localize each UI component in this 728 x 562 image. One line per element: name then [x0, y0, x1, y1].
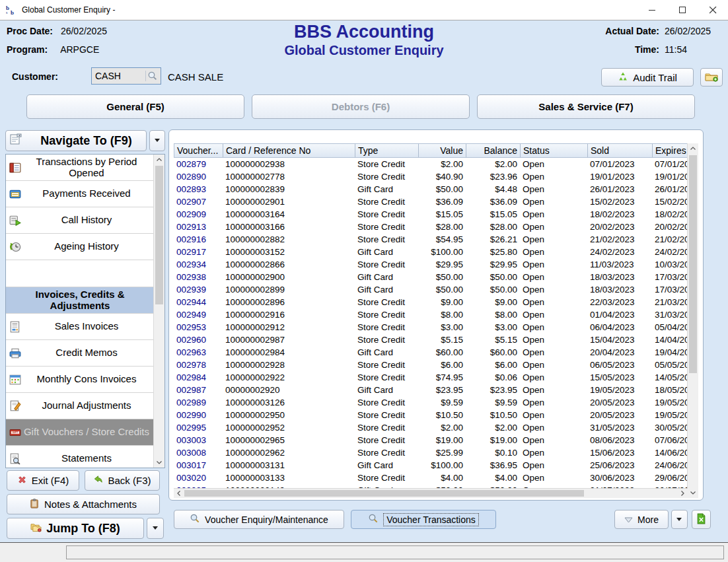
customer-code-input[interactable] [92, 71, 145, 81]
table-row[interactable]: 002978100000002928Store Credit$6.00$6.00… [174, 359, 688, 371]
table-row[interactable]: 002953100000002912Store Credit$3.00$3.00… [174, 321, 688, 334]
back-button[interactable]: Back (F3) [85, 470, 160, 491]
scroll-down-icon[interactable] [688, 488, 698, 498]
table-row[interactable]: 002960100000002987Store Credit$5.15$5.15… [174, 334, 688, 346]
cell-voucher[interactable]: 002987 [174, 384, 223, 396]
table-row[interactable]: 002890100000002778Store Credit$40.90$23.… [174, 170, 688, 183]
cell-voucher[interactable]: 002879 [174, 158, 223, 170]
maximize-button[interactable] [667, 0, 698, 20]
table-row[interactable]: 002938100000002900Gift Card$50.00$50.00O… [174, 271, 688, 283]
cell-voucher[interactable]: 002989 [174, 396, 223, 409]
sidebar-item-gift-vouchers-store-credits[interactable]: GIFTGift Vouchers / Store Credits [6, 419, 154, 446]
sidebar-item-sales-invoices[interactable]: Sales Invoices [6, 314, 154, 340]
customer-lookup-icon[interactable] [145, 71, 158, 81]
cell-voucher[interactable]: 002990 [174, 409, 223, 421]
jump-to-dropdown-button[interactable] [147, 518, 164, 539]
audit-trail-button[interactable]: Audit Trail [601, 68, 694, 87]
table-row[interactable]: 002939100000002899Gift Card$50.00$50.00O… [174, 283, 688, 296]
cell-voucher[interactable]: 002949 [174, 308, 223, 321]
table-row[interactable]: 002909100000003164Store Credit$15.05$15.… [174, 208, 688, 221]
scroll-left-icon[interactable] [174, 489, 184, 497]
table-row[interactable]: 002913100000003166Store Credit$28.00$28.… [174, 221, 688, 233]
sidebar-scrollbar[interactable] [153, 155, 164, 468]
sidebar-item-statements[interactable]: Statements [6, 446, 154, 468]
scroll-down-icon[interactable] [154, 458, 164, 468]
cell-voucher[interactable]: 003008 [174, 446, 223, 459]
column-header-value[interactable]: Value [419, 144, 466, 157]
cell-voucher[interactable]: 002963 [174, 346, 223, 359]
more-dropdown-button[interactable] [671, 510, 688, 529]
cell-voucher[interactable]: 002907 [174, 195, 223, 208]
sidebar-item-payments-received[interactable]: Payments Received [6, 181, 154, 207]
cell-voucher[interactable]: 002934 [174, 258, 223, 271]
cell-voucher[interactable]: 003017 [174, 459, 223, 472]
table-row[interactable]: 002916100000002882Store Credit$54.95$26.… [174, 233, 688, 246]
cell-voucher[interactable]: 003020 [174, 472, 223, 484]
cell-voucher[interactable]: 002944 [174, 296, 223, 308]
sidebar-scroll-thumb[interactable] [155, 166, 163, 304]
sidebar-item-credit-memos[interactable]: Credit Memos [6, 340, 154, 367]
table-hscroll-thumb[interactable] [184, 490, 584, 497]
cell-voucher[interactable]: 002939 [174, 283, 223, 296]
table-row[interactable]: 002934100000002866Store Credit$29.95$29.… [174, 258, 688, 271]
exit-button[interactable]: Exit (F4) [7, 470, 79, 491]
column-header-card-reference[interactable]: Card / Reference No [223, 144, 355, 157]
cell-voucher[interactable]: 002960 [174, 334, 223, 346]
navigate-dropdown-button[interactable] [149, 130, 165, 151]
customer-code-field[interactable] [91, 67, 161, 85]
cell-voucher[interactable]: 002978 [174, 359, 223, 371]
table-row[interactable]: 002990100000002950Store Credit$10.50$10.… [174, 409, 688, 421]
cell-voucher[interactable]: 002913 [174, 221, 223, 233]
table-row[interactable]: 002944100000002896Store Credit$9.00$9.00… [174, 296, 688, 308]
table-row[interactable]: 003008100000002962Store Credit$25.99$0.1… [174, 446, 688, 459]
cell-voucher[interactable]: 002995 [174, 421, 223, 434]
table-vertical-scrollbar[interactable] [687, 143, 698, 498]
table-row[interactable]: 003017100000003131Gift Card$100.00$36.95… [174, 459, 688, 472]
notes-attachments-button[interactable]: Notes & Attachments [7, 494, 160, 514]
more-button[interactable]: More [614, 510, 669, 529]
column-header-balance[interactable]: Balance [466, 144, 521, 157]
scroll-up-icon[interactable] [688, 143, 698, 153]
table-row[interactable]: 002963100000002984Gift Card$60.00$60.00O… [174, 346, 688, 359]
table-row[interactable]: 002989100000003126Store Credit$9.59$9.59… [174, 396, 688, 409]
table-row[interactable]: 002893100000002839Gift Card$50.00$4.48Op… [174, 183, 688, 195]
table-row[interactable]: 002917100000003152Gift Card$100.00$25.80… [174, 246, 688, 258]
sidebar-item-ageing-history[interactable]: Ageing History [6, 234, 154, 260]
sidebar-item-transactions-by-period-opened[interactable]: Transactions by Period Opened [6, 155, 154, 181]
cell-voucher[interactable]: 002893 [174, 183, 223, 195]
add-folder-button[interactable] [700, 68, 723, 87]
scroll-up-icon[interactable] [154, 155, 164, 164]
cell-voucher[interactable]: 002938 [174, 271, 223, 283]
column-header-voucher[interactable]: Voucher... [174, 144, 223, 157]
cell-voucher[interactable]: 002953 [174, 321, 223, 334]
cell-voucher[interactable]: 002917 [174, 246, 223, 258]
tab-general[interactable]: General (F5) [26, 94, 244, 119]
column-header-status[interactable]: Status [521, 144, 588, 157]
table-row[interactable]: 002907100000002901Store Credit$36.09$36.… [174, 195, 688, 208]
scroll-right-icon[interactable] [678, 489, 688, 497]
cell-voucher[interactable]: 002984 [174, 371, 223, 384]
sidebar-item-journal-adjustments[interactable]: Journal Adjustments [6, 393, 154, 419]
column-header-expires[interactable]: Expires [653, 144, 688, 157]
voucher-enquiry-button[interactable]: Voucher Enquiry/Maintenance [174, 510, 344, 529]
table-row[interactable]: 002995100000002952Store Credit$2.00$2.00… [174, 421, 688, 434]
table-row[interactable]: 002949100000002916Store Credit$8.00$8.00… [174, 308, 688, 321]
cell-voucher[interactable]: 003003 [174, 434, 223, 446]
close-button[interactable] [698, 0, 728, 20]
table-row[interactable]: 002879100000002938Store Credit$2.00$2.00… [174, 158, 688, 170]
tab-sales-service[interactable]: Sales & Service (F7) [477, 94, 695, 119]
table-row[interactable]: 00298700000002920Gift Card$23.95$23.95Op… [174, 384, 688, 396]
cell-voucher[interactable]: 002916 [174, 233, 223, 246]
table-horizontal-scrollbar[interactable] [174, 488, 688, 498]
table-row[interactable]: 002984100000002922Store Credit$74.95$0.0… [174, 371, 688, 384]
jump-to-button[interactable]: Jump To (F8) [7, 518, 144, 539]
minimize-button[interactable] [637, 0, 667, 20]
navigate-to-button[interactable]: Navigate To (F9) [5, 130, 147, 151]
table-row[interactable]: 003003100000002965Store Credit$19.00$19.… [174, 434, 688, 446]
column-header-sold[interactable]: Sold [588, 144, 653, 157]
table-vscroll-thumb[interactable] [689, 155, 697, 373]
table-row[interactable]: 003020100000003133Store Credit$4.00$4.00… [174, 472, 688, 484]
voucher-transactions-button[interactable]: Voucher Transactions [351, 510, 496, 529]
sidebar-item-monthly-cons-invoices[interactable]: Monthly Cons Invoices [6, 367, 154, 393]
sidebar-item-call-history[interactable]: Call History [6, 207, 154, 234]
